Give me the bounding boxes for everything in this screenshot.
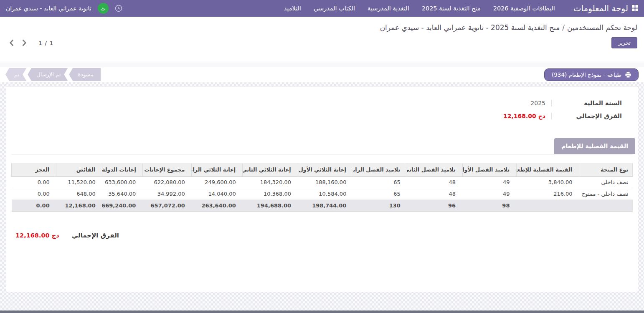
cell-grant-type: نصف داخلي — [579, 177, 633, 188]
menu-school-book[interactable]: الكتاب المدرسي — [314, 5, 355, 12]
control-panel: لوحة تحكم المستخدمين/منح التغذية لسنة 20… — [0, 17, 644, 63]
cell-value: 65 — [353, 177, 407, 188]
cell-value: 48 — [407, 188, 462, 200]
pager: 1 / 1 — [7, 39, 53, 47]
menu-descriptive-cards[interactable]: البطاقات الوصفية 2026 — [493, 5, 555, 12]
breadcrumb-current: منح التغذية لسنة 2025 - ثانوية عمراني ال… — [380, 23, 560, 32]
cell-value: 216.00 — [516, 188, 579, 200]
pager-next-icon[interactable] — [20, 39, 29, 47]
panel-divider — [0, 63, 644, 67]
column-header-students-term2[interactable]: تلاميذ الفصل الثاني — [407, 163, 462, 177]
cell-total: 263,640.00 — [192, 200, 243, 212]
cell-value: 0.00 — [12, 177, 56, 188]
top-navbar: لوحة المعلومات البطاقات الوصفية 2026 منح… — [0, 0, 644, 17]
cell-total: 98 — [462, 200, 516, 212]
table-totals-row: 98 96 130 198,744.00 194,688.00 263,640.… — [12, 200, 633, 212]
table-header-row: نوع المنحة القيمة الفصلية للإطعام تلاميذ… — [12, 163, 633, 177]
cell-value: 14,040.00 — [192, 188, 243, 200]
form-view-background: السنة المالية 2025 الفرق الإجمالي 12,168… — [0, 82, 644, 310]
cell-value: 10,368.00 — [243, 188, 298, 200]
status-steps: مسودة تم الإرسال تم — [5, 68, 101, 81]
column-header-grant-type[interactable]: نوع المنحة — [579, 163, 633, 177]
menu-students[interactable]: التلاميذ — [284, 5, 301, 12]
total-difference-label: الفرق الإجمالي — [552, 113, 622, 119]
cell-value: 35,640.00 — [102, 188, 143, 200]
table-row-half-boarder[interactable]: نصف داخلي 3,840.00 49 48 65 188,160.00 1… — [12, 177, 633, 188]
cell-total: 0.00 — [12, 200, 56, 212]
main-menus: البطاقات الوصفية 2026 منح التغذية لسنة 2… — [284, 5, 555, 12]
activity-clock-icon[interactable] — [115, 5, 122, 12]
column-header-state-subsidies[interactable]: إعانات الدولة — [102, 163, 143, 177]
cell-total: 194,688.00 — [243, 200, 298, 212]
cell-total: 657,072.00 — [142, 200, 191, 212]
cell-value: 184,320.00 — [243, 177, 298, 188]
fiscal-year-label: السنة المالية — [552, 100, 622, 106]
menu-school-nutrition[interactable]: التغذية المدرسية — [368, 5, 409, 12]
meal-grants-table: نوع المنحة القيمة الفصلية للإطعام تلاميذ… — [11, 163, 633, 212]
column-header-subsidy-q2[interactable]: إعانة الثلاثي الثاني — [243, 163, 298, 177]
cell-total: 130 — [353, 200, 407, 212]
status-step-draft[interactable]: مسودة — [69, 68, 101, 81]
tab-quarterly-meal-value[interactable]: القيمة الفصلية للإطعام — [554, 138, 635, 154]
cell-total: 669,240.00 — [102, 200, 143, 212]
pager-previous-icon[interactable] — [7, 39, 16, 47]
status-step-sent[interactable]: تم الإرسال — [28, 68, 68, 81]
form-sheet: السنة المالية 2025 الفرق الإجمالي 12,168… — [6, 86, 638, 292]
total-difference-value: 12,168.00 دج — [481, 113, 552, 119]
cell-value: 249,600.00 — [192, 177, 243, 188]
cell-value: 65 — [353, 188, 407, 200]
column-header-quarterly-meal-value[interactable]: القيمة الفصلية للإطعام — [516, 163, 579, 177]
apps-grid-icon — [632, 3, 638, 13]
cell-value: 622,080.00 — [142, 177, 191, 188]
menu-nutrition-grants[interactable]: منح التغذية لسنة 2025 — [422, 5, 481, 12]
table-row-half-boarder-granted[interactable]: نصف داخلي - ممنوح 216.00 49 48 65 10,584… — [12, 188, 633, 200]
cell-value: 11,520.00 — [56, 177, 102, 188]
cell-value: 633,600.00 — [102, 177, 143, 188]
cell-total: 96 — [407, 200, 462, 212]
cell-value: 49 — [462, 177, 516, 188]
column-header-students-term4[interactable]: تلاميذ الفصل الرابع — [353, 163, 407, 177]
statusbar: طباعة - نموذج الإطعام (934) مسودة تم الإ… — [0, 67, 644, 82]
navbar-main: لوحة المعلومات البطاقات الوصفية 2026 منح… — [284, 3, 638, 13]
brand-label: لوحة المعلومات — [573, 3, 628, 13]
edit-button[interactable]: تحرير — [611, 37, 637, 48]
brand-home[interactable]: لوحة المعلومات — [573, 3, 638, 13]
pager-counter: 1 / 1 — [38, 40, 53, 46]
printer-icon — [625, 72, 631, 78]
cell-value: 49 — [462, 188, 516, 200]
grand-total: الفرق الإجمالي 12,168.00 دج — [15, 232, 119, 239]
user-menu[interactable]: ثانوية عمراني العابد - سيدي عمران — [6, 5, 91, 12]
breadcrumb-parent[interactable]: لوحة تحكم المستخدمين — [567, 23, 637, 32]
column-header-subsidy-q4[interactable]: إعانة الثلاثي الرابع — [192, 163, 243, 177]
cell-value: 188,160.00 — [298, 177, 353, 188]
cell-total: 12,168.00 — [56, 200, 102, 212]
grand-total-value: 12,168.00 دج — [15, 232, 59, 239]
breadcrumb: لوحة تحكم المستخدمين/منح التغذية لسنة 20… — [7, 23, 637, 32]
grand-total-label: الفرق الإجمالي — [72, 232, 119, 239]
cell-grant-type: نصف داخلي - ممنوح — [579, 188, 633, 200]
bottom-bar — [0, 310, 644, 313]
fiscal-year-value: 2025 — [481, 100, 552, 106]
cell-value: 3,840.00 — [516, 177, 579, 188]
cell-total: 198,744.00 — [298, 200, 353, 212]
status-step-done[interactable]: تم — [5, 68, 26, 81]
cell-value: 648.00 — [56, 188, 102, 200]
column-header-subsidies-total[interactable]: مجموع الإعانات — [142, 163, 191, 177]
cell-total — [516, 200, 579, 212]
notebook-tabs: القيمة الفصلية للإطعام — [11, 138, 633, 154]
print-report-label: طباعة - نموذج الإطعام (934) — [552, 71, 621, 78]
column-header-subsidy-q1[interactable]: إعانة الثلاثي الأول — [298, 163, 353, 177]
field-group: السنة المالية 2025 الفرق الإجمالي 12,168… — [481, 96, 622, 122]
user-avatar[interactable]: ث — [98, 3, 109, 14]
cell-value: 48 — [407, 177, 462, 188]
cell-value: 34,992.00 — [142, 188, 191, 200]
column-header-deficit[interactable]: العجز — [12, 163, 56, 177]
cell-total — [579, 200, 633, 212]
systray: ث ثانوية عمراني العابد - سيدي عمران — [6, 3, 122, 14]
column-header-surplus[interactable]: الفائض — [56, 163, 102, 177]
column-header-students-term1[interactable]: تلاميذ الفصل الأول — [462, 163, 516, 177]
breadcrumb-separator: / — [562, 23, 565, 32]
cell-value: 0.00 — [12, 188, 56, 200]
print-report-button[interactable]: طباعة - نموذج الإطعام (934) — [544, 68, 639, 81]
cell-value: 10,584.00 — [298, 188, 353, 200]
